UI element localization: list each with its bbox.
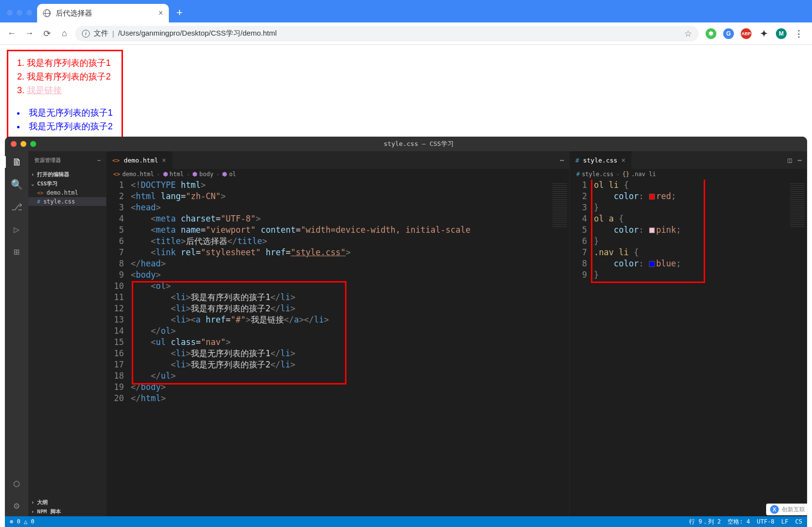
max-dot[interactable] — [30, 141, 36, 147]
tab-title: 后代选择器 — [56, 9, 92, 18]
git-icon[interactable]: ⎇ — [11, 201, 22, 213]
unordered-list: 我是无序列表的孩子1 我是无序列表的孩子2 — [17, 106, 113, 133]
extensions-icon[interactable]: ✦ — [758, 28, 769, 39]
info-icon[interactable]: i — [82, 30, 90, 38]
editor-tabs: #style.css× ◫⋯ — [569, 151, 807, 169]
browser-chrome: 后代选择器 × + ← → ⟳ ⌂ i 文件 | /Users/ganmingp… — [0, 0, 812, 45]
close-dot[interactable] — [7, 10, 13, 16]
globe-icon — [43, 9, 51, 17]
debug-icon[interactable]: ▷ — [11, 223, 22, 235]
min-dot[interactable] — [17, 10, 22, 16]
window-title: style.css — CSS学习 — [384, 140, 453, 148]
editor-pane-html: <>demo.html× ⋯ <> demo.html› ⬢ html› ⬢ b… — [106, 151, 569, 516]
file-item[interactable]: <>demo.html — [28, 188, 106, 197]
adblock-icon[interactable]: ABP — [741, 28, 751, 39]
url-path: /Users/ganmingpro/Desktop/CSS学习/demo.htm… — [118, 29, 277, 38]
editor-tabs: <>demo.html× ⋯ — [106, 151, 569, 169]
address-bar[interactable]: i 文件 | /Users/ganmingpro/Desktop/CSS学习/d… — [75, 26, 699, 41]
extension-icon[interactable]: ✽ — [706, 28, 716, 39]
status-bar: ⊗ 0 △ 0 行 9，列 2 空格: 4 UTF-8 LF CS — [5, 516, 807, 527]
more-icon[interactable]: ⋯ — [97, 157, 101, 163]
kebab-menu-icon[interactable]: ⋮ — [793, 28, 804, 39]
more-icon[interactable]: ⋯ — [560, 156, 564, 164]
watermark: X 创新互联 — [766, 504, 809, 515]
vscode-titlebar: style.css — CSS学习 — [5, 137, 807, 151]
close-icon[interactable]: × — [159, 9, 163, 18]
window-controls — [7, 10, 32, 16]
code-editor[interactable]: 123456789 ol li { color: red;}ol a { col… — [569, 180, 807, 516]
npm-section[interactable]: ›NPM 脚本 — [28, 507, 106, 516]
demo-link[interactable]: 我是链接 — [27, 85, 62, 95]
split-icon[interactable]: ◫ — [788, 156, 792, 164]
minimap[interactable] — [788, 180, 807, 516]
editor-pane-css: #style.css× ◫⋯ # style.css› {} .nav li 1… — [569, 151, 807, 516]
max-dot[interactable] — [26, 10, 32, 16]
window-controls — [11, 141, 36, 147]
ordered-list: 我是有序列表的孩子1 我是有序列表的孩子2 我是链接 — [17, 56, 113, 97]
search-icon[interactable]: 🔍 — [11, 179, 22, 190]
activity-bar: 🗎 🔍 ⎇ ▷ ⊞ ◯ ⚙ — [5, 151, 28, 516]
list-item: 我是有序列表的孩子1 — [17, 56, 113, 70]
vscode-window: style.css — CSS学习 🗎 🔍 ⎇ ▷ ⊞ ◯ ⚙ 资源管理器 ⋯ … — [5, 137, 807, 527]
profile-avatar[interactable]: M — [776, 28, 787, 39]
watermark-logo: X — [770, 505, 779, 514]
file-item[interactable]: #style.css — [28, 197, 106, 206]
browser-tab[interactable]: 后代选择器 × — [37, 4, 169, 22]
more-icon[interactable]: ⋯ — [798, 156, 802, 164]
reload-button[interactable]: ⟳ — [40, 27, 54, 41]
explorer-icon[interactable]: 🗎 — [5, 156, 27, 168]
demo-output: 我是有序列表的孩子1 我是有序列表的孩子2 我是链接 我是无序列表的孩子1 我是… — [7, 50, 123, 142]
sidebar: 资源管理器 ⋯ ›打开的编辑器 ⌄CSS学习 <>demo.html #styl… — [28, 151, 106, 516]
settings-icon[interactable]: ⚙ — [11, 500, 22, 511]
sidebar-title: 资源管理器 ⋯ — [28, 151, 106, 169]
list-item: 我是无序列表的孩子2 — [17, 120, 113, 133]
folder-section[interactable]: ⌄CSS学习 — [28, 179, 106, 188]
status-problems[interactable]: ⊗ 0 △ 0 — [10, 518, 35, 525]
list-item: 我是无序列表的孩子1 — [17, 106, 113, 120]
bookmark-icon[interactable]: ☆ — [684, 28, 692, 39]
list-item: 我是有序列表的孩子2 — [17, 70, 113, 83]
list-item: 我是链接 — [17, 83, 113, 97]
separator: | — [112, 29, 114, 38]
editor-group: <>demo.html× ⋯ <> demo.html› ⬢ html› ⬢ b… — [106, 151, 807, 516]
browser-toolbar: ← → ⟳ ⌂ i 文件 | /Users/ganmingpro/Desktop… — [0, 22, 812, 45]
tab-demo-html[interactable]: <>demo.html× — [106, 151, 173, 169]
min-dot[interactable] — [20, 141, 26, 147]
outline-section[interactable]: ›大纲 — [28, 498, 106, 507]
open-editors-section[interactable]: ›打开的编辑器 — [28, 170, 106, 179]
breadcrumb[interactable]: # style.css› {} .nav li — [569, 169, 807, 180]
home-button[interactable]: ⌂ — [58, 27, 71, 41]
forward-button[interactable]: → — [22, 27, 36, 41]
close-dot[interactable] — [11, 141, 17, 147]
close-icon[interactable]: × — [162, 156, 166, 164]
status-lang[interactable]: CS — [795, 518, 802, 525]
status-spaces[interactable]: 空格: 4 — [728, 518, 750, 526]
page-viewport: 我是有序列表的孩子1 我是有序列表的孩子2 我是链接 我是无序列表的孩子1 我是… — [0, 45, 812, 146]
status-position[interactable]: 行 9，列 2 — [689, 518, 721, 526]
breadcrumb[interactable]: <> demo.html› ⬢ html› ⬢ body› ⬢ ol — [106, 169, 569, 180]
status-encoding[interactable]: UTF-8 — [757, 518, 774, 525]
extensions-icon[interactable]: ⊞ — [11, 246, 22, 258]
translate-icon[interactable]: G — [723, 28, 734, 39]
account-icon[interactable]: ◯ — [11, 477, 22, 489]
code-editor[interactable]: 1234567891011121314151617181920 <!DOCTYP… — [106, 180, 569, 516]
scheme-label: 文件 — [94, 29, 108, 38]
status-eol[interactable]: LF — [781, 518, 788, 525]
new-tab-button[interactable]: + — [173, 6, 186, 20]
tab-style-css[interactable]: #style.css× — [569, 151, 632, 169]
extensions-area: ✽ G ABP ✦ M ⋮ — [703, 28, 807, 39]
back-button[interactable]: ← — [5, 27, 19, 41]
close-icon[interactable]: × — [621, 156, 625, 164]
tab-strip: 后代选择器 × + — [0, 0, 812, 22]
minimap[interactable] — [550, 180, 569, 516]
